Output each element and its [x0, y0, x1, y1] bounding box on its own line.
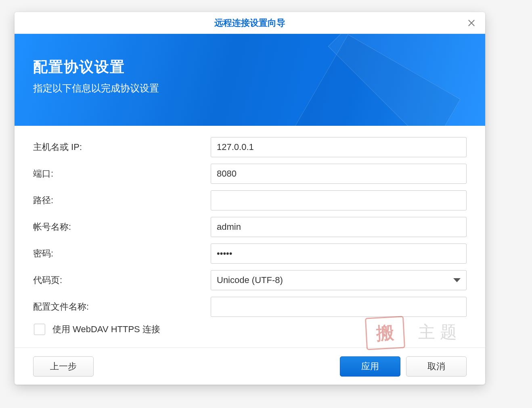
- label-https-checkbox: 使用 WebDAV HTTPS 连接: [52, 323, 160, 335]
- cancel-button[interactable]: 取消: [406, 356, 467, 377]
- cancel-button-label: 取消: [427, 360, 445, 373]
- close-icon: [467, 19, 475, 27]
- row-port: 端口:: [33, 164, 467, 184]
- apply-button-label: 应用: [361, 360, 379, 373]
- input-account[interactable]: [211, 217, 467, 237]
- row-hostname: 主机名或 IP:: [33, 137, 467, 157]
- label-port: 端口:: [33, 168, 211, 180]
- back-button-label: 上一步: [50, 360, 77, 373]
- banner-subheading: 指定以下信息以完成协议设置: [33, 82, 467, 95]
- row-https-checkbox: 使用 WebDAV HTTPS 连接: [34, 323, 467, 335]
- input-port[interactable]: [211, 164, 467, 184]
- footer: 上一步 应用 取消: [15, 348, 485, 385]
- row-account: 帐号名称:: [33, 217, 467, 237]
- row-path: 路径:: [33, 190, 467, 210]
- window-title: 远程连接设置向导: [214, 17, 285, 29]
- chevron-down-icon: [453, 278, 461, 282]
- input-path[interactable]: [211, 190, 467, 210]
- form-area: 主机名或 IP: 端口: 路径: 帐号名称: 密码:: [15, 126, 485, 348]
- row-password: 密码:: [33, 244, 467, 264]
- checkbox-https[interactable]: [34, 324, 45, 335]
- titlebar: 远程连接设置向导: [15, 12, 485, 34]
- apply-button[interactable]: 应用: [340, 356, 400, 377]
- close-button[interactable]: [465, 17, 478, 29]
- label-account: 帐号名称:: [33, 221, 211, 233]
- select-codepage[interactable]: Unicode (UTF-8): [211, 270, 467, 290]
- banner: 配置协议设置 指定以下信息以完成协议设置: [15, 34, 485, 126]
- label-path: 路径:: [33, 194, 211, 206]
- input-hostname[interactable]: [211, 137, 467, 157]
- label-password: 密码:: [33, 248, 211, 260]
- label-hostname: 主机名或 IP:: [33, 141, 211, 153]
- row-codepage: 代码页: Unicode (UTF-8): [33, 270, 467, 290]
- back-button[interactable]: 上一步: [33, 356, 94, 377]
- input-profile[interactable]: [211, 297, 467, 317]
- label-profile: 配置文件名称:: [33, 301, 211, 313]
- banner-heading: 配置协议设置: [33, 57, 467, 77]
- label-codepage: 代码页:: [33, 274, 211, 286]
- select-codepage-value: Unicode (UTF-8): [217, 275, 283, 285]
- input-password[interactable]: [211, 244, 467, 264]
- row-profile: 配置文件名称:: [33, 297, 467, 317]
- wizard-window: 远程连接设置向导 配置协议设置 指定以下信息以完成协议设置 主机名或 IP: 端…: [15, 12, 485, 385]
